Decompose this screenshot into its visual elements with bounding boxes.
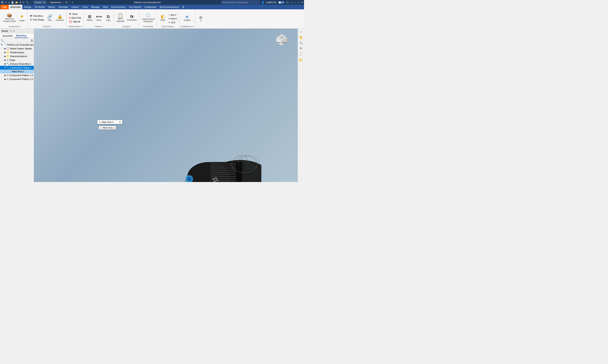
formula-icon[interactable]: fx	[66, 1, 68, 4]
quick-access-up[interactable]: ⬆	[20, 1, 21, 4]
dropdown-arrow[interactable]: ▾	[119, 121, 121, 123]
create-button[interactable]: ✦ Create	[18, 13, 26, 22]
svg-rect-59	[210, 174, 236, 175]
menu-tools[interactable]: Tools	[81, 5, 90, 9]
simplify-button[interactable]: ◈ Simplify	[183, 14, 191, 22]
hide-all-button[interactable]: 🚫 Hide All	[68, 20, 82, 23]
place-from-content-button[interactable]: 📦 Place fromContent Center	[2, 13, 17, 23]
tree-exhaust[interactable]: ▶ 🔧 Exhaust Assembly:1	[0, 62, 34, 66]
menu-annotate[interactable]: Annotate	[57, 5, 70, 9]
maximize-btn[interactable]: □	[298, 1, 299, 4]
fit-button[interactable]: ⛶	[299, 52, 303, 56]
tree-origin[interactable]: ▶ ⊕ Origin	[0, 58, 34, 62]
model-tab-add[interactable]: +	[12, 29, 15, 32]
quick-access-save[interactable]: 💾	[11, 1, 14, 4]
menu-assemble[interactable]: Assemble	[9, 5, 22, 9]
appearance-label[interactable]: Appearance	[50, 1, 62, 4]
tree-comp-pattern-1[interactable]: ▶ ⊞ Component Pattern 1:1	[0, 73, 34, 77]
comp1-expand[interactable]: ▶	[4, 74, 6, 76]
close-btn[interactable]: ✕	[301, 1, 303, 4]
parameters-button[interactable]: fx Parameters	[126, 14, 138, 22]
root-expand[interactable]: ▼	[0, 44, 3, 46]
dropdown-item-1[interactable]: 1. Main Axis:1 ▾	[97, 120, 122, 124]
viewport-axis-dropdown[interactable]: 1. Main Axis:1 ▾	[97, 120, 123, 124]
show-button[interactable]: 👁 Show	[68, 12, 82, 16]
more-icon[interactable]: »	[72, 1, 73, 4]
orbit-button[interactable]: ○	[299, 29, 303, 34]
representations-expand[interactable]: ▶	[4, 55, 6, 57]
more-btn[interactable]: »	[291, 1, 292, 4]
tree-representations[interactable]: ▶ 📁 Representations	[0, 54, 34, 58]
look-button[interactable]: 👁	[299, 46, 303, 51]
pattern-button[interactable]: ⊞ Pattern	[85, 14, 94, 22]
username-label[interactable]: mattBU78Z	[266, 1, 277, 4]
zoom-search-button[interactable]: 🔍	[299, 40, 303, 45]
panel-menu-icon[interactable]: ☰	[31, 39, 33, 42]
quick-access-open[interactable]: 📂	[15, 1, 18, 4]
menu-design[interactable]: Design	[22, 5, 33, 9]
menu-environments[interactable]: Environments	[110, 5, 127, 9]
view-cube-box[interactable]: TOP FRONT RIGHT	[274, 33, 289, 48]
free-move-button[interactable]: ✥ Free Move	[29, 14, 45, 18]
tree-comp-pattern-2[interactable]: ▶ ⊞ Component Pattern 2:1	[0, 77, 34, 81]
tree-root[interactable]: ▼ 📄 FileInfo.com Example.iam	[0, 43, 34, 47]
origin-expand[interactable]: ▶	[4, 59, 6, 61]
mirror-button[interactable]: ⟺ Mirror	[95, 14, 103, 22]
menu-get-started[interactable]: Get Started	[127, 5, 142, 9]
pan-button[interactable]: ✋	[299, 35, 303, 40]
menu-electromechanical[interactable]: Electromechanical	[158, 5, 181, 9]
comp2-expand[interactable]: ▶	[4, 78, 6, 80]
point-button[interactable]: • Point ▾	[168, 17, 177, 20]
svg-point-53	[187, 162, 230, 182]
menu-3dmodel[interactable]: 3D Model	[33, 5, 46, 9]
cart-icon[interactable]: 🛒	[286, 1, 289, 4]
tree-combustion[interactable]: ▼ 🔧 Combustion Stage:1	[0, 66, 34, 70]
tree-relationships[interactable]: ▶ 📁 Relationships	[0, 51, 34, 54]
show-sick-button[interactable]: ● Show Sick	[68, 16, 82, 20]
axis-button[interactable]: ↕ Axis ▾	[168, 13, 177, 16]
measure-button[interactable]: 📐	[299, 57, 303, 62]
modeling-subtab[interactable]: Modeling	[14, 34, 28, 38]
component-chevron[interactable]: ▾	[19, 26, 20, 27]
quick-access-edit[interactable]: ✏	[23, 1, 25, 4]
menu-view[interactable]: View	[101, 5, 110, 9]
quick-access-redo[interactable]: ↪	[8, 1, 10, 4]
menu-collaborate[interactable]: Collaborate	[142, 5, 158, 9]
constrain-button[interactable]: 🔒 Constrain	[55, 14, 65, 22]
comp2-icon: ⊞	[6, 78, 9, 81]
free-rotate-button[interactable]: ↻ Free Rotate	[29, 18, 45, 21]
menu-sketch[interactable]: Sketch	[46, 5, 57, 9]
bill-of-materials-button[interactable]: 📋 Bill ofMaterials	[116, 13, 125, 23]
timer-badge[interactable]: 🕐 30	[278, 1, 285, 4]
plane-button[interactable]: ◧ Plane	[158, 14, 167, 22]
quick-access-undo[interactable]: ↩	[5, 1, 7, 4]
view-cube[interactable]: TOP FRONT RIGHT	[274, 33, 289, 48]
quick-access-settings[interactable]: 🔧	[26, 1, 29, 4]
ucs-button[interactable]: ⌖ UCS	[168, 21, 177, 24]
model-tab[interactable]: Model	[0, 29, 10, 33]
right-toolbar: ○ ✋ 🔍 👁 ⛶ 📐 ?	[298, 29, 304, 182]
position-chevron[interactable]: ▾	[50, 26, 51, 27]
tree-main-axis[interactable]: ↕ Main Axis:1	[0, 70, 34, 73]
combustion-expand[interactable]: ▼	[4, 67, 6, 69]
copy-button[interactable]: ⧉ Copy	[104, 14, 112, 22]
create-derived-button[interactable]: ⬡ Create DerivedSubstitutes	[141, 13, 155, 23]
viewport[interactable]: TOP FRONT RIGHT X Y	[34, 29, 298, 182]
assembly-subtab[interactable]: Assembly	[1, 34, 14, 38]
model-states-expand[interactable]: ▶	[4, 48, 6, 50]
joint-button[interactable]: 🔗 Joint	[46, 14, 54, 22]
relationships-expand[interactable]: ▶	[4, 51, 6, 53]
nav-wheel-button[interactable]: ⊙ ▾	[197, 15, 205, 23]
search-input[interactable]	[221, 1, 260, 4]
file-menu[interactable]: File	[0, 5, 9, 9]
workspace-selector[interactable]: Generic	[33, 1, 46, 4]
menu-manage[interactable]: Manage	[89, 5, 101, 9]
tree-model-states[interactable]: ▶ 📋 Model States: Master	[0, 47, 34, 51]
mirror-label: Mirror	[97, 19, 102, 21]
search-icon-panel[interactable]: 🔍	[1, 39, 4, 42]
exhaust-expand[interactable]: ▶	[4, 63, 6, 65]
minimize-btn[interactable]: —	[294, 1, 296, 4]
menu-inspect[interactable]: Inspect	[70, 5, 80, 9]
menu-settings[interactable]: ⚙	[181, 5, 186, 9]
model-tab-close[interactable]: ✕	[10, 30, 12, 32]
